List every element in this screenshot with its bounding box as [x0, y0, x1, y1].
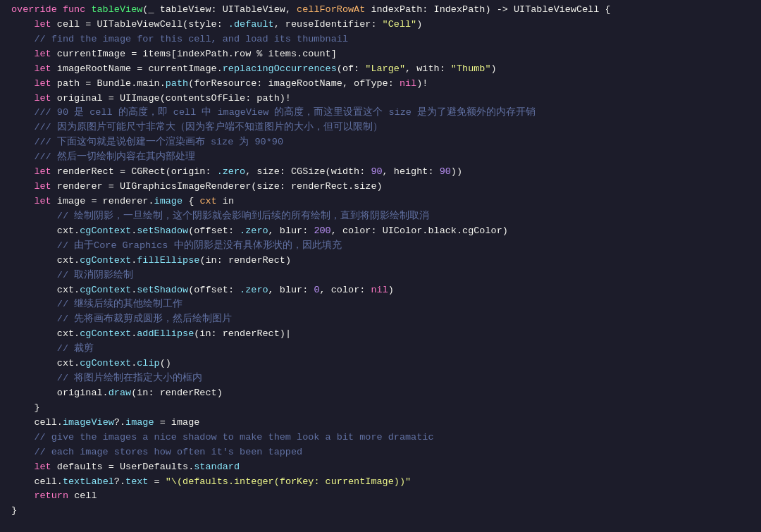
token-plain: (forResource: imageRootName, ofType: — [188, 77, 400, 92]
token-plain: (offset: — [188, 224, 240, 239]
code-line: /// 因为原图片可能尺寸非常大（因为客户端不知道图片的大小，但可以限制） — [0, 120, 761, 135]
token-num: 90 — [371, 165, 382, 180]
token-plain: , color: UIColor.black.cgColor) — [331, 224, 508, 239]
token-plain: )) — [451, 165, 462, 180]
token-kw: let — [34, 194, 56, 209]
token-plain: ?. — [114, 475, 125, 490]
token-kw: let — [34, 460, 56, 475]
token-prop: .default — [228, 18, 274, 32]
token-plain: . — [131, 254, 137, 268]
token-kw: let — [34, 62, 56, 77]
token-plain: ) — [416, 18, 422, 32]
token-prop: text — [125, 475, 148, 490]
token-plain: (in: renderRect) — [199, 254, 291, 268]
token-prop: setShadow — [137, 224, 188, 239]
token-prop: fillEllipse — [137, 254, 199, 268]
token-comment: // find the image for this cell, and loa… — [34, 32, 348, 47]
code-line: cxt.cgContext.setShadow(offset: .zero, b… — [0, 283, 761, 298]
token-prop: setShadow — [137, 283, 188, 298]
token-plain: , size: CGSize(width: — [245, 165, 371, 180]
code-line: // 裁剪 — [0, 342, 761, 357]
code-line: // 继续后续的其他绘制工作 — [0, 297, 761, 312]
token-prop: image — [154, 194, 183, 209]
token-prop: image — [125, 416, 154, 431]
code-line: let image = renderer.image { cxt in — [0, 194, 761, 209]
token-plain: , blur: — [268, 224, 314, 239]
token-kw: let — [34, 92, 56, 106]
token-prop: cgContext — [80, 283, 131, 298]
token-plain: . — [131, 224, 137, 239]
token-comment: // 裁剪 — [57, 342, 94, 357]
token-plain: )! — [416, 77, 428, 92]
token-plain: (_ tableView: UITableView, — [142, 3, 297, 18]
token-prop: draw — [109, 386, 131, 401]
code-line: // 取消阴影绘制 — [0, 268, 761, 283]
token-param: cxt — [199, 194, 216, 209]
code-line: original.draw(in: renderRect) — [0, 386, 761, 401]
token-str: "\(defaults.integer(forKey: currentImage… — [166, 475, 411, 490]
token-plain: (offset: — [188, 283, 240, 298]
token-plain: . — [131, 327, 137, 342]
code-line: // 由于Core Graphics 中的阴影是没有具体形状的，因此填充 — [0, 239, 761, 254]
token-comment: /// 然后一切绘制内容在其内部处理 — [34, 150, 194, 165]
token-kw: return — [34, 489, 74, 504]
token-comment: // 绘制阴影，一旦绘制，这个阴影就会影响到后续的所有绘制，直到将阴影绘制取消 — [57, 209, 429, 224]
code-editor: override func tableView(_ tableView: UIT… — [0, 0, 761, 532]
code-line: let renderer = UIGraphicsImageRenderer(s… — [0, 180, 761, 194]
token-plain: cxt. — [57, 357, 80, 371]
token-kw: let — [34, 165, 56, 180]
code-line: cell.textLabel?.text = "\(defaults.integ… — [0, 475, 761, 490]
code-line: /// 90 是 cell 的高度，即 cell 中 imageView 的高度… — [0, 106, 761, 120]
token-plain: (of: — [337, 62, 366, 77]
token-prop: .zero — [240, 224, 268, 239]
token-str: "Large" — [365, 62, 405, 77]
code-line: cxt.cgContext.fillEllipse(in: renderRect… — [0, 254, 761, 268]
token-comment: // 先将画布裁剪成圆形，然后绘制图片 — [57, 312, 232, 327]
token-plain: renderer = UIGraphicsImageRenderer(size:… — [57, 180, 383, 194]
code-line: let cell = UITableViewCell(style: .defau… — [0, 18, 761, 32]
token-plain: { — [182, 194, 199, 209]
token-plain: currentImage = items[indexPath.row % ite… — [57, 47, 337, 62]
token-plain: ) — [491, 62, 497, 77]
code-line: // give the images a nice shadow to make… — [0, 431, 761, 445]
token-plain: imageRootName = currentImage. — [57, 62, 223, 77]
token-plain: , with: — [405, 62, 451, 77]
token-plain: ) — [388, 283, 394, 298]
code-line: let renderRect = CGRect(origin: .zero, s… — [0, 165, 761, 180]
token-plain: = image — [154, 416, 200, 431]
token-plain: cxt. — [57, 254, 80, 268]
token-prop: cgContext — [80, 224, 131, 239]
token-plain: (in: renderRect)| — [194, 327, 291, 342]
code-line: let path = Bundle.main.path(forResource:… — [0, 77, 761, 92]
code-line: // 将图片绘制在指定大小的框内 — [0, 371, 761, 386]
token-plain: cxt. — [57, 283, 80, 298]
code-line: cell.imageView?.image = image — [0, 416, 761, 431]
token-plain: . — [131, 357, 137, 371]
token-prop: addEllipse — [137, 327, 194, 342]
token-plain: cell. — [34, 475, 63, 490]
token-num: 200 — [314, 224, 330, 239]
token-num: 0 — [314, 283, 319, 298]
token-kw: nil — [400, 77, 416, 92]
token-prop: standard — [194, 460, 240, 475]
code-line: override func tableView(_ tableView: UIT… — [0, 3, 761, 18]
code-line: /// 下面这句就是说创建一个渲染画布 size 为 90*90 — [0, 135, 761, 150]
token-param: cellForRowAt — [297, 3, 365, 18]
token-plain: (in: renderRect) — [131, 386, 223, 401]
token-plain: } — [34, 401, 39, 416]
token-comment: // 由于Core Graphics 中的阴影是没有具体形状的，因此填充 — [57, 239, 342, 254]
token-plain: . — [131, 283, 137, 298]
code-line: let currentImage = items[indexPath.row %… — [0, 47, 761, 62]
token-kw: let — [34, 180, 56, 194]
token-kw: let — [34, 47, 56, 62]
token-plain: cell = UITableViewCell(style: — [57, 18, 228, 32]
token-plain: = — [148, 475, 165, 490]
token-plain: } — [11, 504, 17, 519]
token-kw: nil — [371, 283, 388, 298]
token-prop: path — [166, 77, 188, 92]
token-comment: /// 因为原图片可能尺寸非常大（因为客户端不知道图片的大小，但可以限制） — [34, 120, 382, 135]
token-prop: .zero — [240, 283, 268, 298]
code-line: let original = UIImage(contentsOfFile: p… — [0, 92, 761, 106]
token-str: "Thumb" — [451, 62, 491, 77]
code-line: // 绘制阴影，一旦绘制，这个阴影就会影响到后续的所有绘制，直到将阴影绘制取消 — [0, 209, 761, 224]
